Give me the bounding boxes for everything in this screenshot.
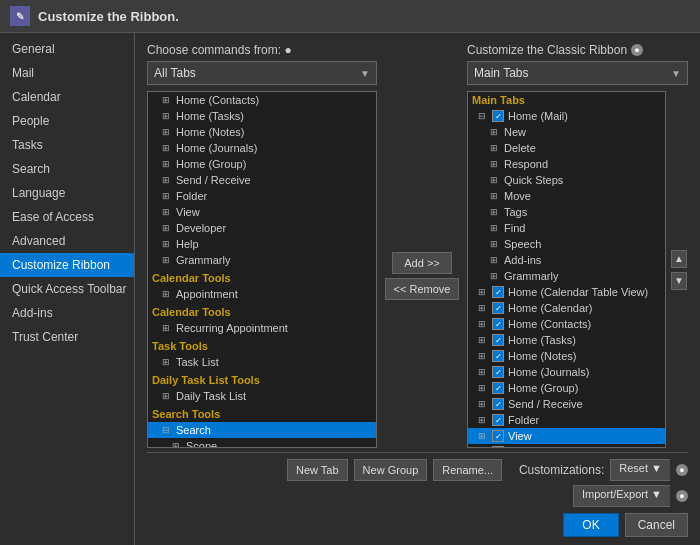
sidebar-item-customize-ribbon[interactable]: Customize Ribbon <box>0 253 134 277</box>
list-item-search[interactable]: ⊟Search <box>148 422 376 438</box>
right-list-item[interactable]: ⊞Quick Steps <box>468 172 665 188</box>
list-item[interactable]: ⊞Home (Group) <box>148 156 376 172</box>
sidebar-item-mail[interactable]: Mail <box>0 61 134 85</box>
columns-row: Choose commands from: ● All Tabs ▼ ⊞Home… <box>147 43 688 448</box>
checkbox[interactable] <box>492 350 504 362</box>
right-list-item[interactable]: ⊟ Home (Mail) <box>468 108 665 124</box>
right-list-item[interactable]: ⊞Tags <box>468 204 665 220</box>
cancel-button[interactable]: Cancel <box>625 513 688 537</box>
ribbon-dropdown-value: Main Tabs <box>474 66 528 80</box>
remove-button[interactable]: << Remove <box>385 278 460 300</box>
commands-list[interactable]: ⊞Home (Contacts) ⊞Home (Tasks) ⊞Home (No… <box>147 91 377 448</box>
right-list-item[interactable]: ⊞Move <box>468 188 665 204</box>
checkbox[interactable] <box>492 302 504 314</box>
dialog-title-text: Customize the Ribbon. <box>38 9 179 24</box>
right-list-item[interactable]: ⊞ Home (Notes) <box>468 348 665 364</box>
ok-button[interactable]: OK <box>563 513 618 537</box>
right-list-item[interactable]: ⊞Speech <box>468 236 665 252</box>
bottom-section: New Tab New Group Rename... Customizatio… <box>147 452 688 537</box>
list-item[interactable]: ⊞Home (Tasks) <box>148 108 376 124</box>
customizations-label: Customizations: <box>519 463 604 477</box>
dialog-body: General Mail Calendar People Tasks Searc… <box>0 33 700 545</box>
ribbon-dropdown[interactable]: Main Tabs ▼ <box>467 61 688 85</box>
new-group-button[interactable]: New Group <box>354 459 428 481</box>
right-list-item[interactable]: ⊞ Send / Receive <box>468 396 665 412</box>
checkbox[interactable] <box>492 446 504 448</box>
sidebar-item-language[interactable]: Language <box>0 181 134 205</box>
checkbox[interactable] <box>492 318 504 330</box>
list-item[interactable]: ⊞Scope <box>148 438 376 448</box>
list-item[interactable]: ⊞Grammarly <box>148 252 376 268</box>
list-item[interactable]: ⊞Folder <box>148 188 376 204</box>
sidebar-item-ease-of-access[interactable]: Ease of Access <box>0 205 134 229</box>
info-icon: ● <box>631 44 643 56</box>
list-item[interactable]: ⊞Appointment <box>148 286 376 302</box>
move-down-button[interactable]: ▼ <box>671 272 687 290</box>
checkbox[interactable] <box>492 382 504 394</box>
checkbox[interactable] <box>492 414 504 426</box>
right-list-item[interactable]: ⊞Delete <box>468 140 665 156</box>
right-list-item[interactable]: ⊞New <box>468 124 665 140</box>
commands-dropdown-arrow: ▼ <box>360 68 370 79</box>
bottom-final-row: OK Cancel <box>147 509 688 537</box>
list-item[interactable]: ⊞Home (Notes) <box>148 124 376 140</box>
list-item[interactable]: ⊞Recurring Appointment <box>148 320 376 336</box>
list-item[interactable]: ⊞Help <box>148 236 376 252</box>
right-list-item[interactable]: ⊞ Folder <box>468 412 665 428</box>
right-list-header: Main Tabs <box>468 92 665 108</box>
rename-button[interactable]: Rename... <box>433 459 502 481</box>
import-export-label[interactable]: Import/Export ▼ <box>573 485 670 507</box>
right-list-item[interactable]: ⊞ Home (Tasks) <box>468 332 665 348</box>
list-item[interactable]: ⊞Task List <box>148 354 376 370</box>
right-list-item[interactable]: ⊞ Home (Calendar Table View) <box>468 284 665 300</box>
sidebar-item-advanced[interactable]: Advanced <box>0 229 134 253</box>
list-item[interactable]: ⊞Developer <box>148 220 376 236</box>
checkbox[interactable] <box>492 110 504 122</box>
sidebar-item-quick-access-toolbar[interactable]: Quick Access Toolbar <box>0 277 134 301</box>
list-item[interactable]: ⊞Send / Receive <box>148 172 376 188</box>
add-button[interactable]: Add >> <box>392 252 452 274</box>
sidebar-item-calendar[interactable]: Calendar <box>0 85 134 109</box>
import-export-button[interactable]: Import/Export ▼ <box>573 485 670 507</box>
sidebar-item-add-ins[interactable]: Add-ins <box>0 301 134 325</box>
right-list-item[interactable]: ⊞Add-ins <box>468 252 665 268</box>
checkbox[interactable] <box>492 366 504 378</box>
right-list-item[interactable]: ⊞ Home (Group) <box>468 380 665 396</box>
move-up-button[interactable]: ▲ <box>671 250 687 268</box>
right-list-item[interactable]: ⊞Respond <box>468 156 665 172</box>
sidebar-item-general[interactable]: General <box>0 37 134 61</box>
list-item-daily-task[interactable]: ⊞Daily Task List <box>148 388 376 404</box>
bottom-actions-row: New Tab New Group Rename... Customizatio… <box>147 459 688 481</box>
right-list-item[interactable]: ⊞ Home (Contacts) <box>468 316 665 332</box>
right-list-item[interactable]: ⊞Find <box>468 220 665 236</box>
right-list-item[interactable]: ⊞ Home (Calendar) <box>468 300 665 316</box>
sidebar-item-trust-center[interactable]: Trust Center <box>0 325 134 349</box>
sidebar-item-tasks[interactable]: Tasks <box>0 133 134 157</box>
section-header-daily-task-tools: Daily Task List Tools <box>148 370 376 388</box>
list-item[interactable]: ⊞Home (Journals) <box>148 140 376 156</box>
customize-ribbon-label: Customize the Classic Ribbon ● <box>467 43 688 57</box>
right-list-row: Main Tabs ⊟ Home (Mail) ⊞New ⊞Delete ⊞Re… <box>467 91 688 448</box>
right-list-item[interactable]: ⊞ Home (Journals) <box>468 364 665 380</box>
right-list-item[interactable]: ⊞Grammarly <box>468 268 665 284</box>
new-tab-button[interactable]: New Tab <box>287 459 348 481</box>
reset-split-button[interactable]: Reset ▼ <box>610 459 670 481</box>
dialog-title: ✎ Customize the Ribbon. <box>0 0 700 33</box>
list-item[interactable]: ⊞View <box>148 204 376 220</box>
ribbon-list[interactable]: Main Tabs ⊟ Home (Mail) ⊞New ⊞Delete ⊞Re… <box>467 91 666 448</box>
checkbox[interactable] <box>492 398 504 410</box>
choose-commands-label: Choose commands from: ● <box>147 43 377 57</box>
reset-button[interactable]: Reset ▼ <box>610 459 670 481</box>
sidebar-item-search[interactable]: Search <box>0 157 134 181</box>
left-column: Choose commands from: ● All Tabs ▼ ⊞Home… <box>147 43 377 448</box>
reset-info-icon: ● <box>676 464 688 476</box>
commands-dropdown[interactable]: All Tabs ▼ <box>147 61 377 85</box>
right-list-item-view[interactable]: ⊞ View <box>468 428 665 444</box>
list-item[interactable]: ⊞Home (Contacts) <box>148 92 376 108</box>
checkbox[interactable] <box>492 430 504 442</box>
right-list-item[interactable]: ⊞ Developer <box>468 444 665 448</box>
section-header-task-tools: Task Tools <box>148 336 376 354</box>
checkbox[interactable] <box>492 334 504 346</box>
sidebar-item-people[interactable]: People <box>0 109 134 133</box>
checkbox[interactable] <box>492 286 504 298</box>
